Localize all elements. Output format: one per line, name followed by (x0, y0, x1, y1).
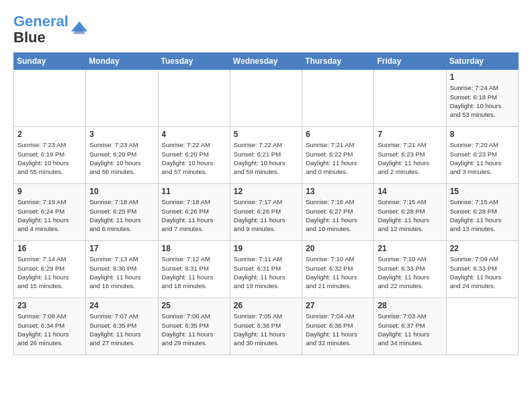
day-info: Sunrise: 7:17 AM Sunset: 6:26 PM Dayligh… (234, 197, 298, 233)
day-cell: 14Sunrise: 7:15 AM Sunset: 6:28 PM Dayli… (374, 184, 446, 241)
day-info: Sunrise: 7:07 AM Sunset: 6:35 PM Dayligh… (89, 312, 154, 347)
header-row: SundayMondayTuesdayWednesdayThursdayFrid… (14, 53, 519, 70)
day-number: 19 (234, 244, 298, 253)
page-header: General Blue (13, 13, 519, 46)
col-header-thursday: Thursday (302, 53, 374, 70)
day-cell: 7Sunrise: 7:21 AM Sunset: 6:23 PM Daylig… (374, 127, 446, 184)
day-info: Sunrise: 7:19 AM Sunset: 6:24 PM Dayligh… (17, 197, 82, 233)
week-row-1: 1Sunrise: 7:24 AM Sunset: 6:18 PM Daylig… (14, 70, 519, 127)
logo-text: General Blue (13, 13, 69, 46)
day-info: Sunrise: 7:06 AM Sunset: 6:35 PM Dayligh… (162, 312, 226, 347)
day-cell (446, 298, 518, 355)
col-header-wednesday: Wednesday (230, 53, 302, 70)
day-number: 21 (378, 244, 442, 253)
day-cell: 4Sunrise: 7:22 AM Sunset: 6:20 PM Daylig… (158, 127, 230, 184)
day-number: 26 (234, 301, 298, 310)
week-row-2: 2Sunrise: 7:23 AM Sunset: 6:19 PM Daylig… (14, 127, 519, 184)
day-number: 22 (450, 244, 515, 253)
day-number: 10 (89, 187, 154, 196)
week-row-3: 9Sunrise: 7:19 AM Sunset: 6:24 PM Daylig… (14, 184, 519, 241)
day-info: Sunrise: 7:23 AM Sunset: 6:20 PM Dayligh… (89, 140, 154, 176)
day-cell (158, 70, 230, 127)
day-info: Sunrise: 7:09 AM Sunset: 6:33 PM Dayligh… (450, 255, 515, 290)
day-info: Sunrise: 7:08 AM Sunset: 6:34 PM Dayligh… (17, 312, 82, 347)
day-cell: 15Sunrise: 7:15 AM Sunset: 6:28 PM Dayli… (446, 184, 518, 241)
day-info: Sunrise: 7:22 AM Sunset: 6:20 PM Dayligh… (162, 140, 226, 176)
day-info: Sunrise: 7:21 AM Sunset: 6:22 PM Dayligh… (306, 140, 370, 176)
day-cell (14, 70, 86, 127)
day-cell: 10Sunrise: 7:18 AM Sunset: 6:25 PM Dayli… (86, 184, 158, 241)
day-number: 11 (162, 187, 226, 196)
day-cell: 9Sunrise: 7:19 AM Sunset: 6:24 PM Daylig… (14, 184, 86, 241)
col-header-monday: Monday (86, 53, 158, 70)
day-cell: 22Sunrise: 7:09 AM Sunset: 6:33 PM Dayli… (446, 241, 518, 298)
day-number: 23 (17, 301, 82, 310)
day-number: 2 (17, 130, 82, 139)
day-number: 24 (89, 301, 154, 310)
day-cell: 25Sunrise: 7:06 AM Sunset: 6:35 PM Dayli… (158, 298, 230, 355)
day-cell: 12Sunrise: 7:17 AM Sunset: 6:26 PM Dayli… (230, 184, 302, 241)
day-number: 14 (378, 187, 442, 196)
day-info: Sunrise: 7:22 AM Sunset: 6:21 PM Dayligh… (234, 140, 298, 176)
day-cell (374, 70, 446, 127)
col-header-sunday: Sunday (14, 53, 86, 70)
day-info: Sunrise: 7:18 AM Sunset: 6:26 PM Dayligh… (162, 197, 226, 233)
day-cell: 28Sunrise: 7:03 AM Sunset: 6:37 PM Dayli… (374, 298, 446, 355)
day-number: 15 (450, 187, 515, 196)
col-header-tuesday: Tuesday (158, 53, 230, 70)
day-number: 5 (234, 130, 298, 139)
day-info: Sunrise: 7:12 AM Sunset: 6:31 PM Dayligh… (162, 255, 226, 290)
day-cell: 11Sunrise: 7:18 AM Sunset: 6:26 PM Dayli… (158, 184, 230, 241)
day-number: 1 (450, 73, 515, 82)
day-cell: 8Sunrise: 7:20 AM Sunset: 6:23 PM Daylig… (446, 127, 518, 184)
day-info: Sunrise: 7:05 AM Sunset: 6:36 PM Dayligh… (234, 312, 298, 347)
day-cell: 26Sunrise: 7:05 AM Sunset: 6:36 PM Dayli… (230, 298, 302, 355)
day-info: Sunrise: 7:10 AM Sunset: 6:33 PM Dayligh… (378, 255, 442, 290)
day-cell (302, 70, 374, 127)
day-number: 9 (17, 187, 82, 196)
day-info: Sunrise: 7:11 AM Sunset: 6:31 PM Dayligh… (234, 255, 298, 290)
day-cell: 19Sunrise: 7:11 AM Sunset: 6:31 PM Dayli… (230, 241, 302, 298)
week-row-4: 16Sunrise: 7:14 AM Sunset: 6:29 PM Dayli… (14, 241, 519, 298)
day-cell: 17Sunrise: 7:13 AM Sunset: 6:30 PM Dayli… (86, 241, 158, 298)
day-info: Sunrise: 7:16 AM Sunset: 6:27 PM Dayligh… (306, 197, 370, 233)
logo-icon (70, 20, 89, 39)
day-number: 18 (162, 244, 226, 253)
day-cell: 21Sunrise: 7:10 AM Sunset: 6:33 PM Dayli… (374, 241, 446, 298)
day-number: 13 (306, 187, 370, 196)
day-cell: 1Sunrise: 7:24 AM Sunset: 6:18 PM Daylig… (446, 70, 518, 127)
day-cell: 24Sunrise: 7:07 AM Sunset: 6:35 PM Dayli… (86, 298, 158, 355)
week-row-5: 23Sunrise: 7:08 AM Sunset: 6:34 PM Dayli… (14, 298, 519, 355)
day-cell: 3Sunrise: 7:23 AM Sunset: 6:20 PM Daylig… (86, 127, 158, 184)
day-info: Sunrise: 7:24 AM Sunset: 6:18 PM Dayligh… (450, 83, 515, 119)
day-info: Sunrise: 7:18 AM Sunset: 6:25 PM Dayligh… (89, 197, 154, 233)
day-info: Sunrise: 7:15 AM Sunset: 6:28 PM Dayligh… (450, 197, 515, 233)
day-cell: 2Sunrise: 7:23 AM Sunset: 6:19 PM Daylig… (14, 127, 86, 184)
day-cell: 5Sunrise: 7:22 AM Sunset: 6:21 PM Daylig… (230, 127, 302, 184)
day-number: 4 (162, 130, 226, 139)
day-number: 7 (378, 130, 442, 139)
day-number: 20 (306, 244, 370, 253)
day-info: Sunrise: 7:13 AM Sunset: 6:30 PM Dayligh… (89, 255, 154, 290)
day-cell: 6Sunrise: 7:21 AM Sunset: 6:22 PM Daylig… (302, 127, 374, 184)
day-cell: 27Sunrise: 7:04 AM Sunset: 6:36 PM Dayli… (302, 298, 374, 355)
col-header-friday: Friday (374, 53, 446, 70)
day-info: Sunrise: 7:10 AM Sunset: 6:32 PM Dayligh… (306, 255, 370, 290)
day-number: 6 (306, 130, 370, 139)
day-cell: 16Sunrise: 7:14 AM Sunset: 6:29 PM Dayli… (14, 241, 86, 298)
calendar-table: SundayMondayTuesdayWednesdayThursdayFrid… (13, 52, 519, 355)
day-number: 25 (162, 301, 226, 310)
day-number: 27 (306, 301, 370, 310)
day-info: Sunrise: 7:23 AM Sunset: 6:19 PM Dayligh… (17, 140, 82, 176)
day-cell: 20Sunrise: 7:10 AM Sunset: 6:32 PM Dayli… (302, 241, 374, 298)
day-info: Sunrise: 7:14 AM Sunset: 6:29 PM Dayligh… (17, 255, 82, 290)
day-number: 28 (378, 301, 442, 310)
day-number: 12 (234, 187, 298, 196)
day-info: Sunrise: 7:04 AM Sunset: 6:36 PM Dayligh… (306, 312, 370, 347)
day-number: 16 (17, 244, 82, 253)
col-header-saturday: Saturday (446, 53, 518, 70)
day-info: Sunrise: 7:03 AM Sunset: 6:37 PM Dayligh… (378, 312, 442, 347)
day-info: Sunrise: 7:15 AM Sunset: 6:28 PM Dayligh… (378, 197, 442, 233)
day-info: Sunrise: 7:21 AM Sunset: 6:23 PM Dayligh… (378, 140, 442, 176)
day-cell (86, 70, 158, 127)
